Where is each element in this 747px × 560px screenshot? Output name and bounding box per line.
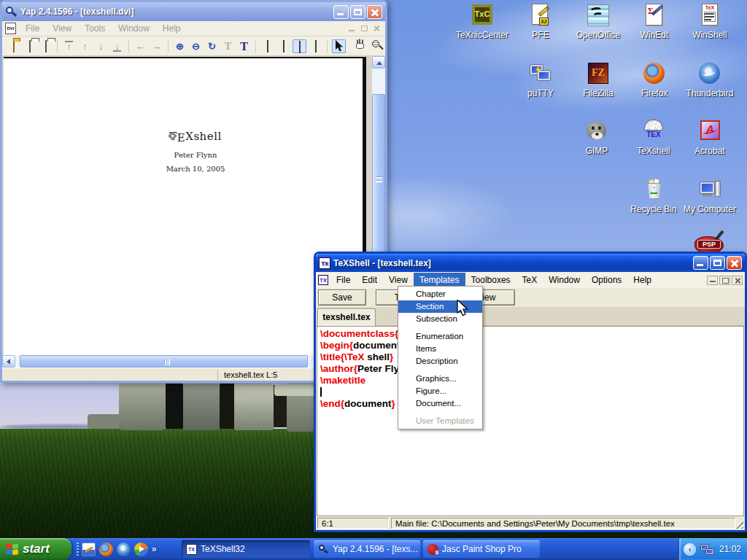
fit-width-view-icon[interactable] xyxy=(293,39,306,53)
menu-item-figure[interactable]: Figure... xyxy=(398,385,482,397)
editor-line: \author{Peter Fly xyxy=(320,363,743,375)
print-icon[interactable] xyxy=(23,39,36,53)
desktop-icon-gimp[interactable]: GIMP xyxy=(568,119,626,156)
taskbar-button-paint-shop-pro[interactable]: Jasc Paint Shop Pro xyxy=(423,540,540,558)
magnifier-icon[interactable] xyxy=(364,39,378,53)
desktop-icon-my-computer[interactable]: My Computer xyxy=(681,177,739,214)
minimize-button[interactable] xyxy=(333,5,349,19)
yap-window-title: Yap 2.4.1596 - [texshell.dvi] xyxy=(20,7,332,17)
menu-file[interactable]: File xyxy=(19,22,46,35)
menu-help[interactable]: Help xyxy=(156,22,187,35)
yap-titlebar[interactable]: Yap 2.4.1596 - [texshell.dvi] xyxy=(2,2,385,21)
thunderbird-quicklaunch-icon[interactable] xyxy=(117,542,131,556)
text-caret xyxy=(320,387,322,397)
maximize-button[interactable] xyxy=(350,5,365,19)
close-button[interactable] xyxy=(367,5,382,19)
select-pointer-icon[interactable] xyxy=(332,39,346,53)
zoom-out-icon[interactable]: ⊖ xyxy=(189,39,203,53)
desktop-icon-firefox[interactable]: Firefox xyxy=(625,61,684,98)
start-button[interactable]: start xyxy=(0,538,71,560)
first-page-icon[interactable]: ↑ xyxy=(62,39,76,53)
taskbar-button-texshell32[interactable]: TX TeXShell32 xyxy=(182,540,310,558)
horizontal-scroll-thumb[interactable] xyxy=(20,355,308,368)
yap-app-icon xyxy=(5,6,18,18)
menu-toolboxes[interactable]: Toolboxes xyxy=(465,273,516,287)
tray-collapse-chevron[interactable]: ‹ xyxy=(684,543,696,556)
desktop-icon-pfe[interactable]: 32 PFE xyxy=(511,3,570,40)
vertical-scroll-thumb[interactable] xyxy=(372,94,385,258)
resize-grip[interactable] xyxy=(735,520,743,529)
media-player-quicklaunch-icon[interactable] xyxy=(134,542,148,556)
forward-icon[interactable]: → xyxy=(150,39,163,53)
mdi-restore-icon[interactable] xyxy=(359,24,370,34)
taskbar-button-yap[interactable]: Yap 2.4.1596 - [texs... xyxy=(314,540,420,558)
mdi-close-icon[interactable] xyxy=(371,24,382,34)
menu-help[interactable]: Help xyxy=(627,273,657,287)
desktop-icon-texniccenter[interactable]: TxC TeXnicCenter xyxy=(453,3,511,40)
zoom-in-icon[interactable]: ⊕ xyxy=(173,39,187,53)
menu-item-chapter[interactable]: Chapter xyxy=(398,288,482,300)
tab-texshell-tex[interactable]: texshell.tex xyxy=(317,308,376,326)
editor-line: \end{document} xyxy=(320,398,743,410)
menu-item-user-templates-disabled: User Templates xyxy=(398,415,482,427)
quicklaunch-overflow-chevron[interactable]: » xyxy=(152,544,157,554)
save-button[interactable]: Save xyxy=(318,289,366,306)
scroll-up-button[interactable] xyxy=(372,56,385,69)
menu-item-enumeration[interactable]: Enumeration xyxy=(398,330,482,343)
desktop-icon-winedt[interactable]: Σ WinEdt xyxy=(625,3,684,40)
desktop-icon-thunderbird[interactable]: Thunderbird xyxy=(681,61,739,98)
print-region-icon[interactable] xyxy=(39,39,53,53)
menu-window[interactable]: Window xyxy=(543,273,586,287)
single-page-view-icon[interactable] xyxy=(260,39,274,53)
menu-view[interactable]: View xyxy=(383,273,414,287)
menu-window[interactable]: Window xyxy=(112,22,156,35)
close-button[interactable] xyxy=(727,256,742,270)
menu-tex[interactable]: TeX xyxy=(516,273,543,287)
texshell-editor[interactable]: \documentclass{ \begin{document} \title{… xyxy=(317,326,744,516)
firefox-quicklaunch-icon[interactable] xyxy=(99,542,113,556)
texshell-titlebar[interactable]: TX TeXShell - [texshell.tex] xyxy=(316,254,745,272)
ruler-tool-icon[interactable]: T xyxy=(221,39,235,53)
desktop-icon-recycle-bin[interactable]: Recycle Bin xyxy=(624,177,683,214)
pan-hand-icon[interactable] xyxy=(348,39,362,53)
menu-view[interactable]: View xyxy=(46,22,78,35)
menu-item-description[interactable]: Description xyxy=(398,355,482,368)
mdi-window-controls[interactable] xyxy=(347,24,382,34)
last-page-icon[interactable]: ↓ xyxy=(110,39,124,53)
menu-templates-open[interactable]: Templates xyxy=(414,273,465,287)
double-page-view-icon[interactable] xyxy=(276,39,290,53)
menu-item-document[interactable]: Document... xyxy=(398,397,482,410)
desktop-icon-openoffice[interactable]: OpenOffice xyxy=(569,3,627,40)
minimize-button[interactable] xyxy=(693,256,708,270)
menu-item-items[interactable]: Items xyxy=(398,343,482,355)
menu-tools[interactable]: Tools xyxy=(78,22,112,35)
menu-options[interactable]: Options xyxy=(586,273,627,287)
desktop-icon-filezilla[interactable]: FZ FileZilla xyxy=(569,61,627,98)
network-tray-icon[interactable] xyxy=(700,542,715,556)
mdi-close-icon[interactable] xyxy=(732,276,743,285)
desktop-icon-texshell[interactable]: TEX TeXshell xyxy=(624,119,683,156)
mdi-minimize-icon[interactable] xyxy=(347,24,357,34)
yap-toolbar: ↑ ↑ ↓ ↓ ← → ⊕ ⊖ ↻ T T xyxy=(2,36,385,56)
menu-item-graphics[interactable]: Graphics... xyxy=(398,373,482,385)
mdi-window-controls[interactable] xyxy=(707,276,743,285)
desktop-icon-putty[interactable]: puTTY xyxy=(511,61,570,98)
previous-page-icon[interactable]: ↑ xyxy=(78,39,92,53)
menu-file[interactable]: File xyxy=(330,273,356,287)
desktop-icon-acrobat[interactable]: A Acrobat xyxy=(681,119,739,156)
next-page-icon[interactable]: ↓ xyxy=(94,39,108,53)
maximize-button[interactable] xyxy=(710,256,725,270)
mdi-restore-icon[interactable] xyxy=(719,276,730,285)
open-icon[interactable] xyxy=(7,39,20,53)
show-desktop-icon[interactable] xyxy=(82,542,96,556)
menu-edit[interactable]: Edit xyxy=(356,273,383,287)
texshell-toolbar: Save TeX Preview xyxy=(316,288,745,307)
back-icon[interactable]: ← xyxy=(133,39,147,53)
scroll-left-button[interactable] xyxy=(2,355,15,368)
fit-double-view-icon[interactable] xyxy=(309,39,322,53)
mdi-minimize-icon[interactable] xyxy=(707,276,718,285)
desktop-icon-paint-shop-pro-partial[interactable]: PSP xyxy=(694,234,725,254)
text-tool-icon[interactable]: T xyxy=(237,39,251,53)
desktop-icon-winshell[interactable]: TeX WinShell xyxy=(681,3,739,40)
refresh-icon[interactable]: ↻ xyxy=(205,39,219,53)
